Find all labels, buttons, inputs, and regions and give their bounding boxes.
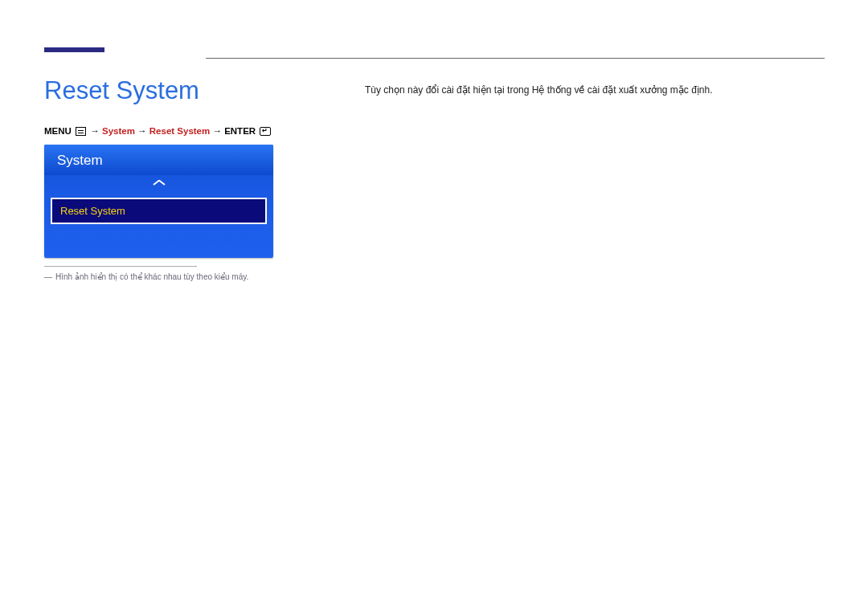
description-text: Tùy chọn này đổi cài đặt hiện tại trong … [365,83,713,97]
breadcrumb-arrow: → [90,126,102,136]
breadcrumb-menu-label: MENU [44,126,72,136]
enter-icon [260,127,271,136]
footnote: ―Hình ảnh hiển thị có thể khác nhau tùy … [44,272,248,281]
page-title: Reset System [44,76,199,105]
top-divider [206,58,825,59]
osd-scroll-up[interactable] [44,175,273,196]
breadcrumb-arrow: → [135,126,149,136]
footnote-text: Hình ảnh hiển thị có thể khác nhau tùy t… [55,272,248,281]
breadcrumb: MENU → System → Reset System → ENTER [44,126,272,136]
osd-item-reset-system[interactable]: Reset System [51,198,267,224]
breadcrumb-system: System [102,126,135,136]
accent-bar [44,47,104,52]
menu-icon [76,127,86,136]
breadcrumb-arrow: → [210,126,224,136]
breadcrumb-reset: Reset System [149,126,210,136]
chevron-up-icon [154,182,165,188]
osd-header: System [44,145,273,175]
footnote-dash: ― [44,272,52,281]
footnote-divider [44,266,197,267]
breadcrumb-enter-label: ENTER [224,126,256,136]
osd-panel: System Reset System [44,145,273,258]
